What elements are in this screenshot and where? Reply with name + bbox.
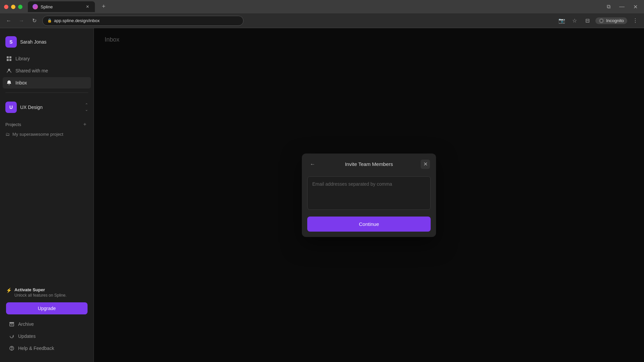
upgrade-button[interactable]: Upgrade [6,302,88,314]
chevron-icon: ⌃⌄ [85,103,88,112]
workspace-icon: U [5,102,17,113]
modal-close-btn[interactable]: ✕ [421,160,430,169]
title-bar: Spline ✕ + ⧉ — ✕ [0,0,644,13]
workspace-header[interactable]: U UX Design ⌃⌄ [5,100,88,115]
svg-point-10 [12,350,12,350]
svg-rect-4 [7,59,9,61]
restore-down-btn[interactable]: ⧉ [604,2,613,11]
sidebar-item-inbox[interactable]: Inbox [3,77,91,88]
new-tab-btn[interactable]: + [99,2,108,11]
toolbar-icons: 📷 ☆ ⊟ Incognito ⋮ [557,16,640,25]
forward-btn[interactable]: → [17,16,26,25]
projects-label: Projects [5,122,21,127]
back-btn[interactable]: ← [4,16,13,25]
svg-rect-2 [7,56,9,58]
minimize-window-btn[interactable] [11,5,15,9]
add-project-btn[interactable]: + [82,121,88,128]
sidebar-item-archive[interactable]: Archive [5,318,88,330]
tab-favicon [33,4,38,9]
url-text: app.spline.design/inbox [54,18,100,23]
incognito-badge: Incognito [595,17,627,24]
modal-title: Invite Team Members [345,161,393,167]
avatar: S [5,36,17,48]
user-name: Sarah Jonas [20,39,47,45]
sidebar-item-updates-label: Updates [18,334,36,339]
sidebar-item-help[interactable]: Help & Feedback [5,343,88,354]
modal-footer: Continue [302,217,436,237]
folder-icon: 🗂 [5,132,10,137]
archive-icon [9,321,15,327]
tab-title: Spline [41,4,82,9]
sidebar-item-updates[interactable]: Updates [5,330,88,342]
svg-point-1 [600,20,602,22]
address-bar[interactable]: 🔒 app.spline.design/inbox [42,16,244,26]
sidebar-toggle-icon[interactable]: ⊟ [583,16,592,25]
email-input[interactable] [307,176,431,210]
project-item[interactable]: 🗂 My superawesome project [0,130,94,139]
grid-icon [6,56,12,62]
browser-chrome: Spline ✕ + ⧉ — ✕ ← → ↻ 🔒 app.spline.desi… [0,0,644,28]
close-window-btn[interactable] [4,5,8,9]
sidebar-item-archive-label: Archive [18,321,34,327]
sidebar-item-inbox-label: Inbox [15,80,27,85]
incognito-icon [599,18,604,23]
modal-header: ← Invite Team Members ✕ [302,154,436,174]
continue-button[interactable]: Continue [307,217,431,232]
bell-icon [6,80,12,86]
sidebar-bottom: ⚡ Activate Super Unlock all features on … [0,284,94,357]
sidebar-divider-1 [5,93,88,93]
person-icon [6,68,12,74]
browser-tab[interactable]: Spline ✕ [28,1,95,12]
tab-close-btn[interactable]: ✕ [85,4,90,9]
activate-super-title: Activate Super [14,287,66,292]
question-icon [9,345,15,351]
window-controls [4,5,22,9]
svg-rect-7 [9,322,14,323]
address-bar-row: ← → ↻ 🔒 app.spline.design/inbox 📷 ☆ ⊟ In… [0,13,644,28]
refresh-icon [9,333,15,339]
activate-super: ⚡ Activate Super Unlock all features on … [3,284,91,300]
camera-icon[interactable]: 📷 [557,16,567,25]
activate-super-subtitle: Unlock all features on Spline. [14,293,66,298]
minimize-btn[interactable]: — [617,2,627,11]
lock-icon: 🔒 [47,18,52,23]
svg-point-6 [8,69,10,71]
main-content: Inbox ← Invite Team Members ✕ Continue [94,28,644,362]
app-content: S Sarah Jonas Library [0,28,644,362]
user-profile[interactable]: S Sarah Jonas [0,34,94,53]
modal-body [302,174,436,217]
svg-rect-3 [9,56,11,58]
modal-back-btn[interactable]: ← [308,160,317,169]
maximize-window-btn[interactable] [18,5,22,9]
svg-rect-5 [9,59,11,61]
workspace-name: UX Design [20,105,82,110]
reload-btn[interactable]: ↻ [30,16,39,25]
sidebar-item-library[interactable]: Library [3,53,91,64]
lightning-icon: ⚡ [6,288,12,293]
sidebar-item-shared-label: Shared with me [15,68,48,73]
menu-icon[interactable]: ⋮ [631,16,640,25]
sidebar-item-help-label: Help & Feedback [18,346,54,351]
modal-overlay[interactable]: ← Invite Team Members ✕ Continue [94,28,644,362]
sidebar: S Sarah Jonas Library [0,28,94,362]
sidebar-item-library-label: Library [15,56,30,61]
project-name: My superawesome project [12,132,63,137]
bookmark-icon[interactable]: ☆ [570,16,579,25]
close-btn[interactable]: ✕ [631,2,640,11]
sidebar-item-shared[interactable]: Shared with me [3,65,91,76]
invite-modal: ← Invite Team Members ✕ Continue [302,154,436,237]
workspace-section: U UX Design ⌃⌄ [0,97,94,118]
projects-header: Projects + [0,118,94,130]
nav-items: Library Shared with me I [0,53,94,88]
bottom-nav-items: Archive Updates [3,318,91,357]
